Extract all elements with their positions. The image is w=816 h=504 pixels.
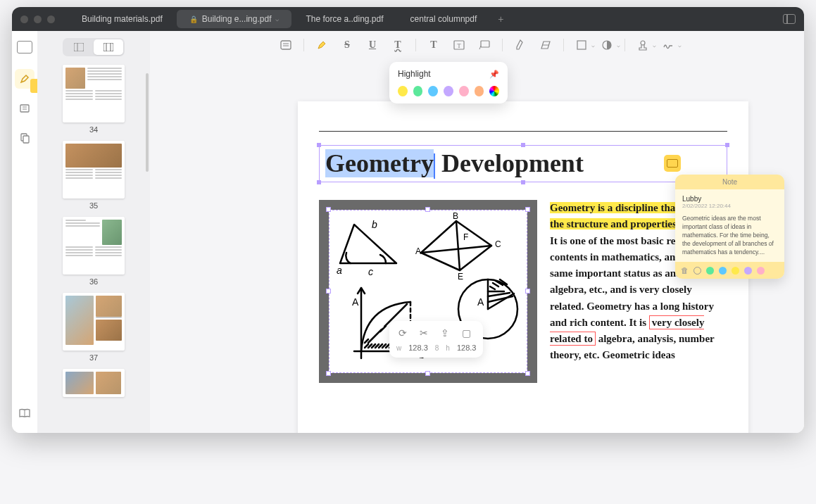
w-label: w (396, 344, 401, 352)
link-icon[interactable]: 8 (435, 344, 439, 352)
text-icon[interactable]: T (426, 37, 441, 53)
color-orange[interactable] (475, 86, 484, 96)
svg-rect-4 (23, 136, 29, 143)
tab-0[interactable]: Building materials.pdf (69, 10, 175, 28)
svg-text:a: a (337, 265, 342, 276)
trash-icon[interactable]: 🗑 (681, 266, 689, 275)
handle[interactable] (521, 143, 525, 147)
thumbnail-38[interactable] (63, 369, 125, 397)
note-color-blue[interactable] (719, 267, 727, 275)
callout-icon[interactable] (477, 37, 492, 53)
tab-label: The force a..ding.pdf (306, 14, 383, 24)
svg-text:E: E (458, 272, 463, 282)
highlighter-icon[interactable] (314, 37, 329, 53)
chevron-down-icon[interactable]: ⌵ (275, 15, 279, 23)
highlight-popup: Highlight 📌 (389, 62, 508, 103)
strikethrough-icon[interactable]: S (339, 37, 355, 53)
annotation-toolbar: S U T T T (150, 31, 804, 59)
note-color-pink[interactable] (757, 267, 765, 275)
resize-handle[interactable] (425, 371, 430, 376)
pen-icon[interactable] (513, 37, 528, 53)
export-icon[interactable]: ⇪ (439, 327, 451, 339)
tab-label: Building materials.pdf (82, 14, 163, 24)
note-body: Lubby 2/02/2022 12:20:44 Geometric ideas… (675, 189, 784, 262)
resize-handle[interactable] (425, 207, 430, 212)
svg-text:A: A (352, 296, 359, 308)
crop-icon[interactable]: ✂ (418, 327, 430, 339)
thumbnail-34[interactable] (63, 65, 125, 122)
svg-rect-19 (577, 41, 586, 49)
note-color-green[interactable] (706, 267, 714, 275)
view-grid[interactable] (94, 39, 123, 55)
folder-icon[interactable] (17, 41, 32, 53)
panel-toggle-icon[interactable] (783, 14, 796, 24)
tab-2[interactable]: The force a..ding.pdf (293, 10, 396, 28)
sticky-note-icon[interactable] (664, 155, 681, 172)
left-rail (12, 31, 37, 433)
note-footer: 🗑 (675, 262, 784, 279)
resize-handle[interactable] (525, 207, 530, 212)
max-dot[interactable] (47, 15, 55, 23)
rotate-icon[interactable]: ⟳ (396, 327, 409, 339)
eraser-icon[interactable] (538, 37, 553, 53)
signature-icon[interactable] (660, 37, 676, 53)
color-pink[interactable] (459, 86, 469, 96)
min-dot[interactable] (34, 15, 42, 23)
book-icon[interactable] (15, 403, 34, 423)
thumbnail-37[interactable] (63, 293, 125, 351)
color-green[interactable] (413, 86, 423, 96)
view-toggle (63, 38, 125, 56)
squiggly-icon[interactable]: T (390, 37, 406, 53)
svg-text:T: T (457, 42, 461, 49)
underline-icon[interactable]: U (365, 37, 380, 53)
handle[interactable] (725, 143, 729, 147)
svg-text:b: b (372, 219, 377, 230)
color-yellow[interactable] (398, 86, 408, 96)
svg-line-25 (421, 246, 491, 253)
shape-icon[interactable] (574, 37, 589, 53)
frame-icon[interactable]: ▢ (460, 327, 472, 339)
note-color-none[interactable] (693, 267, 701, 275)
svg-line-26 (456, 221, 460, 270)
h-value[interactable]: 128.3 (457, 344, 477, 352)
thumbnail-36[interactable] (63, 217, 125, 275)
resize-handle[interactable] (326, 371, 331, 376)
textbox-icon[interactable]: T (451, 37, 467, 53)
page-title[interactable]: Geometry Development (325, 149, 584, 177)
sidebar-scrollbar[interactable] (146, 73, 149, 172)
pin-icon[interactable]: 📌 (489, 70, 499, 79)
thumbnail-35[interactable] (63, 141, 125, 199)
thumb-num: 37 (89, 353, 98, 362)
note-icon[interactable] (278, 37, 294, 53)
resize-handle[interactable] (326, 289, 331, 294)
resize-handle[interactable] (525, 371, 530, 376)
h-label: h (446, 344, 450, 352)
thumb-num: 35 (89, 201, 98, 210)
add-tab-button[interactable]: + (491, 13, 510, 25)
opacity-icon[interactable] (599, 37, 615, 53)
color-purple[interactable] (444, 86, 453, 96)
note-color-purple[interactable] (744, 267, 752, 275)
view-split[interactable] (64, 39, 94, 55)
handle[interactable] (317, 180, 321, 184)
thumb-num: 36 (89, 277, 98, 286)
tab-3[interactable]: central columnpdf (398, 10, 490, 28)
titlebar-right (783, 14, 796, 24)
note-color-yellow[interactable] (732, 267, 739, 275)
note-text[interactable]: Geometric ideas are the most important c… (682, 215, 777, 256)
handle[interactable] (521, 180, 525, 184)
note-tool[interactable] (15, 99, 34, 118)
color-custom[interactable] (489, 86, 499, 96)
body: 34 35 36 37 S (12, 31, 804, 433)
handle[interactable] (317, 143, 321, 147)
color-blue[interactable] (428, 86, 438, 96)
resize-handle[interactable] (326, 207, 331, 212)
tab-1[interactable]: 🔒 Building e...ing.pdf ⌵ (177, 10, 292, 28)
clipboard-tool[interactable] (15, 128, 34, 148)
svg-rect-16 (481, 41, 489, 47)
close-dot[interactable] (20, 15, 28, 23)
svg-text:C: C (495, 239, 501, 249)
resize-handle[interactable] (525, 289, 530, 294)
w-value[interactable]: 128.3 (408, 344, 428, 352)
stamp-icon[interactable] (635, 37, 651, 53)
